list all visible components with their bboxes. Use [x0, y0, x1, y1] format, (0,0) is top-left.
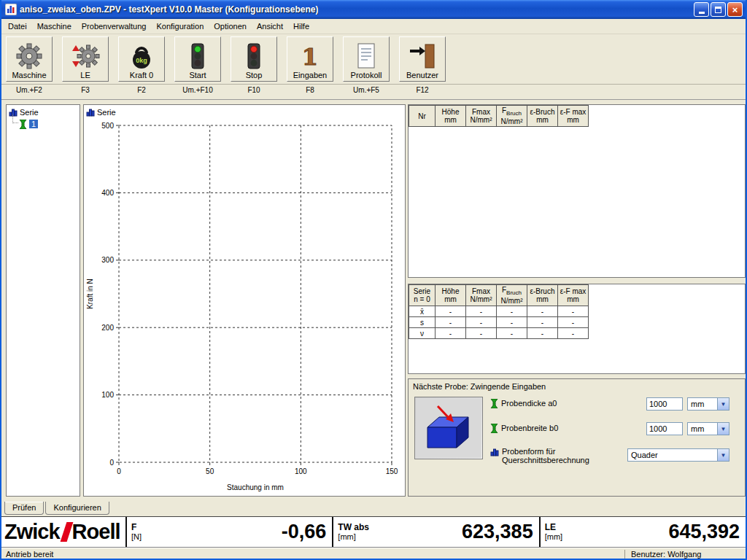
- field-label: Probenbreite b0: [501, 424, 558, 432]
- measure-value: -0,66: [282, 521, 327, 543]
- column-header-eps-fmax: ε-F maxmm: [558, 285, 589, 306]
- toolbar-button-le[interactable]: LE: [62, 36, 109, 82]
- svg-text:0: 0: [109, 459, 114, 467]
- results-table: Nr Höhemm FmaxN/mm² FBruchN/mm² ε-Bruchm…: [409, 105, 589, 127]
- unit-select-value: mm: [691, 400, 704, 408]
- application-window: { "window": { "title": "aniso_zweiax_obe…: [0, 0, 747, 560]
- minimize-button[interactable]: [694, 2, 709, 17]
- measure-tw-abs: TW abs [mm] 623,385: [332, 517, 538, 547]
- toolbar-button-stop[interactable]: Stop: [231, 36, 277, 82]
- toolbar-button-kraft0[interactable]: 0kg Kraft 0: [118, 36, 165, 82]
- toolbar-button-start[interactable]: Start: [174, 36, 221, 82]
- toolbar-button-protokoll[interactable]: Protokoll: [343, 36, 390, 82]
- minimize-icon: [699, 12, 705, 14]
- probendicke-input[interactable]: [646, 397, 683, 411]
- measure-value: 645,392: [668, 521, 740, 543]
- series-icon: [86, 108, 95, 117]
- app-icon: [5, 4, 17, 15]
- svg-text:150: 150: [386, 467, 398, 475]
- status-message: Antrieb bereit: [6, 550, 53, 559]
- measure-unit: [mm]: [338, 532, 369, 542]
- toolbar-button-label: Eingaben: [293, 71, 328, 80]
- brand-part2: Roell: [72, 520, 120, 544]
- close-button[interactable]: ×: [727, 2, 743, 17]
- measure-label: TW abs: [338, 523, 369, 532]
- toolbar-button-label: Kraft 0: [130, 71, 153, 80]
- chart-title: Serie: [84, 105, 405, 118]
- column-header-fmax: FmaxN/mm²: [466, 285, 497, 306]
- status-user: Benutzer: Wolfgang: [624, 550, 741, 559]
- cube-specimen-icon: [416, 398, 481, 458]
- menu-item-hilfe[interactable]: Hilfe: [288, 20, 314, 32]
- maximize-icon: [715, 7, 721, 13]
- next-specimen-box: Nächste Probe: Zwingende Eingaben Proben…: [408, 378, 746, 497]
- status-bar: Antrieb bereit Benutzer: Wolfgang: [1, 547, 746, 560]
- toolbar-button-label: Maschine: [12, 71, 46, 80]
- toolbar-button-eingaben[interactable]: 1 Eingaben: [287, 36, 333, 82]
- column-header-fbruch: FBruchN/mm²: [497, 285, 527, 306]
- probenform-select[interactable]: Quader ▼: [627, 448, 729, 462]
- field-probenform: Probenform für Querschnittsberechnung: [490, 447, 589, 464]
- brand-slash: [60, 522, 73, 542]
- shortcut-label: F2: [118, 85, 165, 94]
- shortcut-label: F8: [287, 85, 333, 94]
- tab-pruefen[interactable]: Prüfen: [4, 502, 44, 515]
- maximize-button[interactable]: [711, 2, 726, 17]
- menu-item-konfiguration[interactable]: Konfiguration: [151, 20, 209, 32]
- probendicke-unit-select[interactable]: mm ▼: [687, 397, 729, 411]
- chevron-down-icon: ▼: [717, 398, 729, 410]
- menu-item-datei[interactable]: Datei: [3, 20, 32, 32]
- stats-row-variation: ν - - - - -: [409, 328, 589, 339]
- document-icon: [352, 42, 381, 71]
- main-area: Serie 1 Serie 0100200300400500050100150K…: [1, 100, 746, 502]
- traffic-light-green-icon: [183, 42, 212, 71]
- svg-text:Stauchung in mm: Stauchung in mm: [227, 483, 284, 491]
- shortcut-label: Um.+F5: [343, 85, 390, 94]
- field-label: Probendicke a0: [501, 399, 557, 408]
- specimen-icon: [19, 120, 27, 129]
- specimen-icon: [490, 424, 498, 433]
- brand-part1: Zwick: [4, 520, 60, 544]
- shortcut-label: F3: [62, 85, 109, 94]
- menu-item-maschine[interactable]: Maschine: [32, 20, 77, 32]
- shortcut-label: Um.+F2: [6, 85, 53, 94]
- close-icon: ×: [732, 5, 738, 15]
- toolbar-button-maschine[interactable]: Maschine: [6, 36, 53, 82]
- measure-value: 623,385: [462, 521, 533, 543]
- svg-text:400: 400: [101, 189, 114, 197]
- column-header-eps-bruch: ε-Bruchmm: [527, 285, 558, 306]
- force-displacement-chart: 0100200300400500050100150Kraft in NStauc…: [84, 118, 403, 493]
- column-header-hoehe: Höhemm: [436, 285, 466, 306]
- menu-item-probenverwaltung[interactable]: Probenverwaltung: [77, 20, 152, 32]
- svg-text:0: 0: [117, 467, 121, 475]
- tab-konfigurieren[interactable]: Konfigurieren: [45, 502, 109, 515]
- measure-label: LE: [545, 523, 562, 532]
- toolbar: Maschine: [1, 34, 746, 100]
- field-probenbreite: Probenbreite b0: [490, 424, 558, 433]
- tree-node-specimen-1[interactable]: 1: [9, 118, 80, 130]
- toolbar-button-label: Start: [189, 71, 206, 80]
- measure-force: F [N] -0,66: [125, 517, 332, 547]
- column-header-serie: Serien = 0: [409, 285, 436, 306]
- toolbar-button-benutzer[interactable]: Benutzer: [399, 36, 446, 82]
- probenbreite-input[interactable]: [646, 422, 683, 435]
- measure-label: F: [131, 523, 142, 532]
- specimen-icon: [490, 399, 498, 408]
- menu-bar: Datei Maschine Probenverwaltung Konfigur…: [1, 19, 746, 34]
- brand-logo: Zwick Roell: [1, 517, 125, 547]
- gear-arrows-icon: [71, 42, 100, 71]
- probenform-select-value: Quader: [631, 451, 658, 459]
- menu-item-ansicht[interactable]: Ansicht: [252, 20, 288, 32]
- probenbreite-unit-select[interactable]: mm ▼: [687, 422, 729, 435]
- tree-node-serie[interactable]: Serie: [9, 106, 80, 118]
- field-label: Probenform für Querschnittsberechnung: [502, 447, 589, 464]
- svg-text:50: 50: [206, 467, 214, 475]
- chart-title-label: Serie: [97, 108, 116, 117]
- toolbar-button-label: LE: [80, 71, 90, 80]
- measure-unit: [mm]: [545, 532, 562, 542]
- toolbar-button-label: Stop: [246, 71, 263, 80]
- tree-node-label: Serie: [20, 108, 39, 117]
- chart-panel: Serie 0100200300400500050100150Kraft in …: [83, 104, 406, 497]
- svg-text:100: 100: [101, 391, 114, 399]
- menu-item-optionen[interactable]: Optionen: [209, 20, 252, 32]
